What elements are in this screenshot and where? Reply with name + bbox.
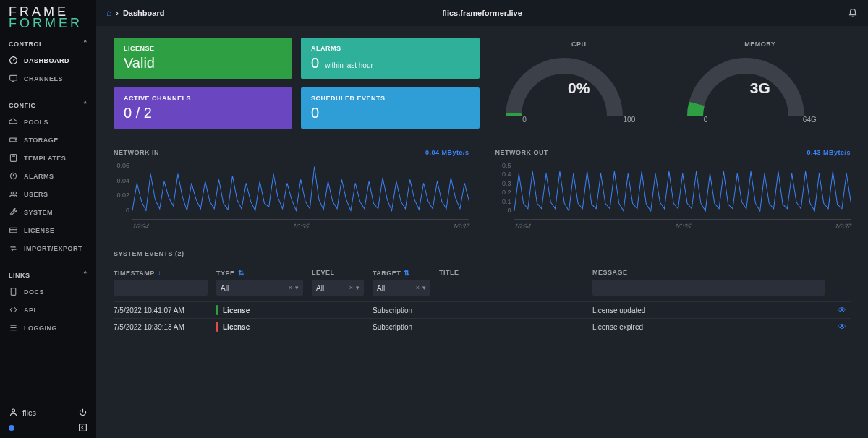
clock-icon <box>9 171 18 181</box>
eye-icon[interactable]: 👁 <box>838 322 846 332</box>
breadcrumb: ⌂ › Dashboard <box>106 8 164 18</box>
doc-icon <box>9 287 18 296</box>
gauge-icon <box>9 56 18 65</box>
cell-type: License <box>216 305 303 315</box>
sidebar-item-label: USERS <box>24 191 48 198</box>
sidebar-item-label: STORAGE <box>24 137 59 144</box>
cloud-icon <box>9 117 18 126</box>
sidebar-item-label: API <box>24 306 36 314</box>
sidebar-item-channels[interactable]: CHANNELS <box>0 69 96 87</box>
sidebar-item-users[interactable]: USERS <box>0 185 96 203</box>
x-axis: 16:3416:3516:37 <box>113 223 470 230</box>
sidebar-item-label: SYSTEM <box>24 209 53 216</box>
sidebar-item-api[interactable]: API <box>0 301 96 319</box>
chevron-down-icon[interactable]: ▾ <box>295 284 299 291</box>
card-license[interactable]: LICENSE Valid <box>114 38 292 79</box>
code-icon <box>9 305 18 314</box>
sidebar-item-pools[interactable]: POOLS <box>0 113 96 131</box>
table-row: 7/5/2022 10:39:13 AMLicenseSubscriptionL… <box>114 318 851 335</box>
sidebar-item-label: DOCS <box>24 288 44 296</box>
th-message[interactable]: MESSAGE <box>592 269 825 277</box>
sort-icon: ⇅ <box>404 269 410 277</box>
chevron-up-icon: ˄ <box>83 100 88 110</box>
topbar: ⌂ › Dashboard flics.frameformer.live <box>96 0 868 26</box>
chevron-up-icon: ˄ <box>83 39 88 48</box>
filter-message-input[interactable] <box>592 280 825 296</box>
sidebar-item-label: TEMPLATES <box>24 155 66 162</box>
th-target[interactable]: TARGET ⇅ <box>373 269 430 277</box>
chevron-up-icon: ˄ <box>83 270 88 280</box>
chevron-down-icon[interactable]: ▾ <box>422 284 426 291</box>
svg-point-6 <box>11 192 13 194</box>
sidebar-item-import-export[interactable]: IMPORT/EXPORT <box>0 239 96 257</box>
chevron-right-icon: › <box>116 9 119 17</box>
chart-svg <box>132 162 469 220</box>
sidebar-item-docs[interactable]: DOCS <box>0 283 96 301</box>
status-dot <box>9 425 14 431</box>
card-active-channels[interactable]: ACTIVE CHANNELS 0 / 2 <box>114 87 292 129</box>
clear-icon[interactable]: × <box>416 284 420 291</box>
section-header-links[interactable]: LINKS ˄ <box>0 266 96 283</box>
sidebar-item-license[interactable]: LICENSE <box>0 221 96 239</box>
clear-icon[interactable]: × <box>289 284 292 291</box>
svg-point-7 <box>14 192 16 194</box>
clear-icon[interactable]: × <box>349 284 353 291</box>
cell-target: Subscription <box>373 323 430 331</box>
th-title[interactable]: TITLE <box>439 269 584 277</box>
power-icon[interactable] <box>78 408 88 417</box>
filter-type-select[interactable]: All ×▾ <box>216 280 303 296</box>
svg-rect-8 <box>10 228 17 233</box>
sidebar-item-label: LICENSE <box>24 227 55 234</box>
sidebar-item-storage[interactable]: STORAGE <box>0 131 96 149</box>
sidebar-item-dashboard[interactable]: DASHBOARD <box>0 51 96 69</box>
sidebar-item-alarms[interactable]: ALARMS <box>0 167 96 185</box>
host-label: flics.frameformer.live <box>442 9 522 17</box>
svg-rect-9 <box>11 288 16 296</box>
filter-level-select[interactable]: All ×▾ <box>312 280 364 296</box>
chevron-down-icon[interactable]: ▾ <box>356 284 359 291</box>
collapse-icon[interactable] <box>78 423 88 432</box>
gauge-memory: MEMORY 3G 0 64G <box>681 40 840 129</box>
sidebar-item-templates[interactable]: TEMPLATES <box>0 149 96 167</box>
chart-network-in: NETWORK IN 0.04 MByte/s 0.060.040.020 16… <box>114 149 469 230</box>
users-icon <box>9 189 18 199</box>
monitor-icon <box>9 74 18 83</box>
card-icon <box>9 226 18 235</box>
table-row: 7/5/2022 10:41:07 AMLicenseSubscriptionL… <box>114 301 851 318</box>
th-timestamp[interactable]: TIMESTAMP ↓ <box>114 269 208 277</box>
user-label: flics <box>22 408 36 417</box>
bell-icon[interactable] <box>848 8 858 18</box>
filter-timestamp-input[interactable] <box>114 280 208 296</box>
card-alarms[interactable]: ALARMS 0 within last hour <box>301 38 480 79</box>
chart-rate: 0.04 MByte/s <box>425 149 469 156</box>
th-level[interactable]: LEVEL <box>312 269 364 277</box>
events-title: SYSTEM EVENTS (2) <box>114 250 851 257</box>
svg-rect-1 <box>10 76 17 81</box>
sidebar-item-system[interactable]: SYSTEM <box>0 203 96 221</box>
chart-network-out: NETWORK OUT 0.43 MByte/s 0.50.40.30.20.1… <box>495 149 851 230</box>
drive-icon <box>9 135 18 145</box>
sidebar-item-label: POOLS <box>24 119 48 126</box>
section-header-config[interactable]: CONFIG ˄ <box>0 96 96 113</box>
sidebar-item-label: IMPORT/EXPORT <box>24 245 82 252</box>
eye-icon[interactable]: 👁 <box>838 305 846 315</box>
cell-message: License updated <box>592 306 825 314</box>
y-axis: 0.50.40.30.20.10 <box>495 162 514 214</box>
template-icon <box>9 153 18 163</box>
th-type[interactable]: TYPE ⇅ <box>216 269 303 277</box>
level-indicator <box>216 322 218 332</box>
home-icon[interactable]: ⌂ <box>106 8 111 18</box>
chart-title: NETWORK OUT <box>495 149 549 156</box>
user-icon <box>9 408 18 417</box>
cell-target: Subscription <box>373 306 430 314</box>
svg-point-3 <box>15 139 16 140</box>
cell-timestamp: 7/5/2022 10:41:07 AM <box>114 306 208 314</box>
sidebar-item-logging[interactable]: LOGGING <box>0 319 96 337</box>
level-indicator <box>216 305 218 315</box>
y-axis: 0.060.040.020 <box>114 162 132 214</box>
section-header-control[interactable]: CONTROL ˄ <box>0 35 96 51</box>
card-scheduled-events[interactable]: SCHEDULED EVENTS 0 <box>301 87 480 129</box>
filter-target-select[interactable]: All ×▾ <box>373 280 430 296</box>
table-header-row: TIMESTAMP ↓ TYPE ⇅ LEVEL TARGET ⇅ TITLE <box>114 266 851 280</box>
cell-type: License <box>216 322 303 332</box>
